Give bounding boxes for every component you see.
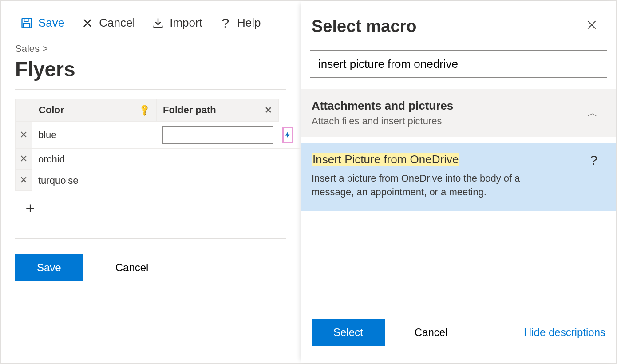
panel-footer: Select Cancel Hide descriptions bbox=[301, 319, 616, 363]
table-row: ✕ orchid bbox=[15, 149, 301, 170]
header-color[interactable]: Color 🔑 bbox=[32, 99, 156, 122]
import-button[interactable]: Import bbox=[152, 16, 202, 30]
header-color-label: Color bbox=[39, 104, 64, 116]
cell-path[interactable] bbox=[156, 122, 279, 148]
svg-rect-1 bbox=[24, 18, 28, 21]
cell-color[interactable]: orchid bbox=[32, 149, 156, 170]
toolbar: Save Cancel Import ? Help bbox=[1, 1, 301, 39]
data-grid: Color 🔑 Folder path ✕ ✕ blue bbox=[15, 99, 301, 229]
form-footer: Save Cancel bbox=[15, 238, 286, 281]
save-button[interactable]: Save bbox=[20, 16, 64, 30]
cancel-button[interactable]: Cancel bbox=[94, 254, 170, 281]
add-row: ＋ bbox=[15, 191, 301, 229]
delete-row-icon[interactable]: ✕ bbox=[20, 153, 28, 165]
import-label: Import bbox=[170, 16, 202, 30]
macro-item-description: Insert a picture from OneDrive into the … bbox=[312, 172, 547, 199]
cell-color[interactable]: turquoise bbox=[32, 170, 156, 191]
save-label: Save bbox=[38, 16, 64, 30]
save-button[interactable]: Save bbox=[15, 254, 83, 281]
breadcrumb-sep: > bbox=[42, 43, 48, 54]
toggle-descriptions-link[interactable]: Hide descriptions bbox=[524, 326, 605, 339]
main-pane: Save Cancel Import ? Help Sales > bbox=[1, 1, 301, 363]
help-label: Help bbox=[237, 16, 261, 30]
breadcrumb[interactable]: Sales > bbox=[1, 39, 301, 55]
import-icon bbox=[152, 17, 164, 29]
category-subtitle: Attach files and insert pictures bbox=[312, 115, 453, 127]
row-handle[interactable]: ✕ bbox=[15, 170, 32, 191]
grid-header: Color 🔑 Folder path ✕ bbox=[15, 99, 301, 122]
help-button[interactable]: ? Help bbox=[219, 16, 261, 30]
cell-color[interactable]: blue bbox=[32, 122, 156, 148]
macro-item-insert-picture[interactable]: Insert Picture from OneDrive Insert a pi… bbox=[301, 143, 616, 211]
folder-path-input[interactable] bbox=[163, 127, 282, 143]
close-panel-button[interactable] bbox=[586, 19, 597, 34]
header-path[interactable]: Folder path ✕ bbox=[156, 99, 279, 122]
delete-row-icon[interactable]: ✕ bbox=[20, 174, 28, 186]
page-title: Flyers bbox=[1, 55, 301, 89]
svg-rect-2 bbox=[24, 24, 30, 28]
header-rowhead bbox=[15, 99, 32, 122]
delete-row-icon[interactable]: ✕ bbox=[20, 129, 28, 141]
panel-title: Select macro bbox=[312, 17, 417, 36]
table-row: ✕ blue bbox=[15, 122, 301, 149]
close-icon bbox=[586, 19, 597, 31]
category-header[interactable]: Attachments and pictures Attach files an… bbox=[301, 89, 616, 137]
breadcrumb-parent[interactable]: Sales bbox=[15, 43, 40, 54]
chevron-up-icon[interactable]: ︿ bbox=[588, 107, 597, 120]
key-icon: 🔑 bbox=[138, 103, 151, 117]
select-button[interactable]: Select bbox=[312, 319, 385, 346]
select-macro-panel: Select macro Attachments and pictures At… bbox=[301, 1, 616, 363]
macro-picker-button[interactable] bbox=[282, 127, 293, 143]
lightning-icon bbox=[284, 130, 292, 140]
panel-header: Select macro bbox=[301, 1, 616, 40]
clear-column-icon[interactable]: ✕ bbox=[265, 105, 272, 115]
close-icon bbox=[81, 17, 94, 29]
divider bbox=[15, 89, 286, 90]
cancel-button[interactable]: Cancel bbox=[81, 16, 135, 30]
macro-search-input[interactable] bbox=[310, 50, 607, 78]
category-title: Attachments and pictures bbox=[312, 99, 453, 113]
macro-item-title: Insert Picture from OneDrive bbox=[312, 153, 459, 166]
macro-help-icon[interactable]: ? bbox=[590, 153, 597, 199]
cell-path[interactable] bbox=[156, 149, 279, 170]
search-wrap bbox=[299, 40, 616, 89]
cancel-button[interactable]: Cancel bbox=[393, 319, 470, 346]
row-handle[interactable]: ✕ bbox=[15, 122, 32, 148]
table-row: ✕ turquoise bbox=[15, 170, 301, 191]
save-icon bbox=[20, 17, 33, 29]
help-icon: ? bbox=[219, 17, 232, 29]
cell-path[interactable] bbox=[156, 170, 279, 191]
cancel-label: Cancel bbox=[99, 16, 135, 30]
row-handle[interactable]: ✕ bbox=[15, 149, 32, 170]
add-row-button[interactable]: ＋ bbox=[21, 198, 39, 218]
header-path-label: Folder path bbox=[163, 104, 216, 116]
